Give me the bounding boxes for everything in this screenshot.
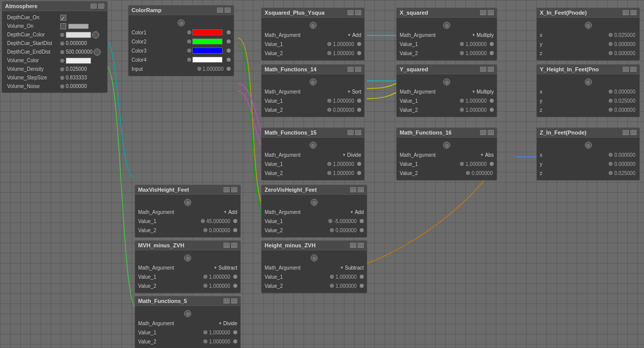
atmosphere-icon-2[interactable]: □ — [98, 4, 104, 9]
z-in-feet-icon-1[interactable]: □ — [623, 130, 629, 135]
math15-header[interactable]: Math_Functions_15 □ □ — [262, 128, 364, 138]
ysquared-icon-1[interactable]: □ — [480, 67, 486, 72]
x-in-feet-circle[interactable]: ◎ — [585, 22, 592, 29]
zerovisheight-header[interactable]: ZeroVisHeight_Feet □ □ — [262, 185, 367, 195]
height-minus-icon-1[interactable]: □ — [350, 243, 356, 248]
y-height-icon-1[interactable]: □ — [623, 67, 629, 72]
xsquared-circle[interactable]: ◎ — [265, 21, 361, 30]
z-in-feet-z-connector — [609, 171, 613, 175]
atmosphere-header[interactable]: Atmosphere □ □ — [2, 2, 107, 11]
xsquared2-math-value: Multiply — [477, 32, 494, 38]
depthcue-on-checkbox[interactable]: ✓ — [60, 15, 66, 21]
xsquared2-circle[interactable]: ◎ — [443, 22, 450, 29]
x-in-feet-icon-2[interactable]: □ — [630, 10, 636, 15]
volume-color-label: Volume_Color — [7, 58, 60, 63]
ysquared-header[interactable]: Y_squared □ □ — [397, 65, 497, 74]
depthcue-enddist-btn[interactable] — [94, 49, 101, 56]
xsquared2-dropdown[interactable]: ▼ Multiply — [471, 32, 494, 38]
maxvisheight-dropdown[interactable]: ▼ Add — [223, 209, 237, 215]
xsquared-header[interactable]: Xsquared_Plus_Ysqua □ □ — [262, 8, 364, 18]
math15-dropdown[interactable]: ▼ Divide — [342, 152, 361, 158]
x-in-feet-header[interactable]: X_In_Feet(Pnode) □ □ — [537, 8, 639, 18]
z-in-feet-circle[interactable]: ◎ — [585, 142, 592, 149]
xsquared2-header[interactable]: X_squared □ □ — [397, 8, 497, 18]
y-height-icon-2[interactable]: □ — [630, 67, 636, 72]
z-in-feet-y-connector — [609, 162, 613, 166]
maxvisheight-v1-right — [233, 219, 237, 223]
math16-dropdown[interactable]: ▼ Abs — [480, 152, 494, 158]
math14-circle[interactable]: ◎ — [310, 78, 317, 85]
zerovisheight-icon-1[interactable]: □ — [350, 187, 356, 192]
color3-swatch — [192, 48, 223, 54]
math14-header[interactable]: Math_Functions_14 □ □ — [262, 65, 364, 74]
maxvisheight-icon-2[interactable]: □ — [231, 187, 237, 192]
colorramp-circle-btn[interactable]: ◎ — [132, 18, 231, 27]
math5-header[interactable]: Math_Functions_5 □ □ — [135, 296, 240, 306]
mvh-icon-1[interactable]: □ — [224, 243, 230, 248]
maxvisheight-icon-1[interactable]: □ — [224, 187, 230, 192]
math16-icon-1[interactable]: □ — [480, 130, 486, 135]
ysquared-body: ◎ Math_Argument ▼ Multiply Value_1 1.000… — [397, 74, 497, 117]
maxvisheight-circle[interactable]: ◎ — [184, 199, 191, 206]
zerovisheight-dropdown[interactable]: ▼ Add — [350, 209, 364, 215]
math5-icon-1[interactable]: □ — [224, 298, 230, 303]
ysquared-icon-2[interactable]: □ — [488, 67, 494, 72]
y-height-z-connector — [609, 108, 613, 112]
x-in-feet-body: ◎ x 0.025000 y 0.000000 z 0.000000 — [537, 18, 639, 60]
zerovisheight-circle[interactable]: ◎ — [311, 199, 318, 206]
x-in-feet-icon-1[interactable]: □ — [623, 10, 629, 15]
z-in-feet-icon-2[interactable]: □ — [630, 130, 636, 135]
math15-icon-2[interactable]: □ — [355, 130, 361, 135]
math16-icon-2[interactable]: □ — [488, 130, 494, 135]
mvh-dropdown[interactable]: ▼ Subtract — [213, 265, 237, 271]
height-minus-icon-2[interactable]: □ — [358, 243, 364, 248]
z-in-feet-header[interactable]: Z_In_Feet(Pnode) □ □ — [537, 128, 639, 138]
math5-circle[interactable]: ◎ — [184, 310, 191, 317]
math5-dropdown[interactable]: ▼ Divide — [218, 321, 237, 326]
height-minus-dropdown[interactable]: ▼ Subtract — [340, 265, 364, 271]
math15-v2-connector — [327, 171, 331, 175]
height-minus-header[interactable]: Height_minus_ZVH □ □ — [262, 241, 367, 250]
zerovisheight-v2-value: 0.000000 — [335, 228, 357, 233]
xsquared-math-dropdown[interactable]: ▼ Add — [347, 32, 361, 38]
math15-icon-1[interactable]: □ — [348, 130, 354, 135]
xsquared2-icon-1[interactable]: □ — [480, 10, 486, 15]
height-minus-circle[interactable]: ◎ — [311, 254, 318, 262]
math14-icon-2[interactable]: □ — [355, 67, 361, 72]
height-minus-math-row: Math_Argument ▼ Subtract — [265, 264, 364, 272]
math5-icon-2[interactable]: □ — [231, 298, 237, 303]
mvh-header[interactable]: MVH_minus_ZVH □ □ — [135, 241, 240, 250]
ysquared-dropdown[interactable]: ▼ Multiply — [471, 89, 494, 95]
depthcue-on-row: DepthCue_On ✓ — [5, 13, 104, 22]
xsquared2-icon-2[interactable]: □ — [488, 10, 494, 15]
zerovisheight-icon-2[interactable]: □ — [358, 187, 364, 192]
math16-header[interactable]: Math_Functions_16 □ □ — [397, 128, 497, 138]
colorramp-header[interactable]: ColorRamp □ □ — [128, 6, 234, 15]
ysquared-circle[interactable]: ◎ — [443, 78, 450, 85]
math16-circle[interactable]: ◎ — [443, 142, 450, 149]
math14-icon-1[interactable]: □ — [348, 67, 354, 72]
y-height-circle[interactable]: ◎ — [585, 78, 592, 85]
math14-v2-right — [357, 108, 361, 112]
xsquared-v1-right — [357, 42, 361, 46]
math14-body: ◎ Math_Argument ▼ Sort Value_1 1.000000 … — [262, 74, 364, 117]
mvh-icon-2[interactable]: □ — [231, 243, 237, 248]
depthcue-color-swatch — [66, 32, 91, 38]
atmosphere-icon-1[interactable]: □ — [91, 4, 97, 9]
xsquared-icon-2[interactable]: □ — [355, 10, 361, 15]
volume-on-checkbox[interactable] — [60, 23, 66, 29]
y-squared-panel: Y_squared □ □ ◎ Math_Argument ▼ Multiply… — [396, 64, 497, 117]
x-in-feet-y-value: 0.000000 — [614, 41, 635, 47]
xsquared-icon-1[interactable]: □ — [348, 10, 354, 15]
z-in-feet-title: Z_In_Feet(Pnode) — [540, 129, 586, 136]
math14-dropdown[interactable]: ▼ Sort — [347, 89, 361, 95]
math16-v2-value: 0.000000 — [471, 170, 493, 176]
colorramp-icon-1[interactable]: □ — [217, 8, 223, 13]
mvh-circle[interactable]: ◎ — [184, 254, 191, 262]
depthcue-color-btn[interactable] — [92, 31, 99, 38]
math15-v1-connector — [327, 162, 331, 166]
colorramp-icon-2[interactable]: □ — [225, 8, 231, 13]
y-height-header[interactable]: Y_Height_In_Feet(Pno □ □ — [537, 65, 639, 74]
maxvisheight-header[interactable]: MaxVisHeight_Feet □ □ — [135, 185, 240, 195]
math15-circle[interactable]: ◎ — [310, 142, 317, 149]
